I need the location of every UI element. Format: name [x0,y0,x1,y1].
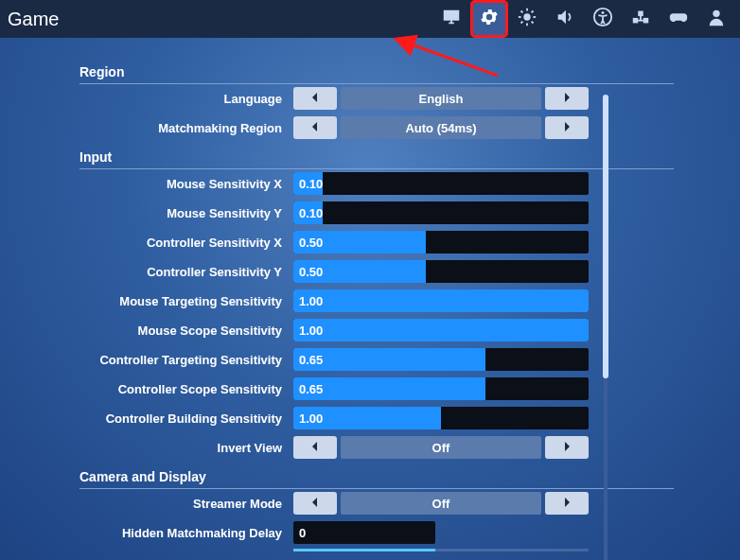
slider-mousesensy[interactable]: 0.10 [293,201,589,224]
streamer-value[interactable]: Off [341,492,541,515]
svg-line-8 [532,10,534,12]
top-bar: Game [0,0,740,38]
label-ctrlscope: Controller Scope Sensitivity [79,382,288,396]
accessibility-icon [592,7,613,31]
slider-ctrltarget[interactable]: 0.65 [293,348,589,371]
brightness-icon [517,7,537,31]
label-streamer: Streamer Mode [79,497,288,511]
arrow-left-icon [309,92,321,106]
speaker-icon [555,7,575,31]
person-icon [706,7,727,31]
language-value[interactable]: English [341,87,541,110]
monitor-icon [441,7,462,31]
slider-ctrlbuild[interactable]: 1.00 [293,407,589,429]
section-region: Region [79,61,674,84]
svg-rect-13 [638,11,643,16]
svg-point-10 [602,11,605,14]
hiddendelay-underline [293,549,589,551]
label-language: Language [79,92,288,106]
label-mousescope: Mouse Scope Sensitivity [79,324,288,338]
tab-game[interactable] [473,3,505,35]
label-ctrltarget: Controller Targeting Sensitivity [79,353,288,367]
arrow-right-icon [561,121,573,135]
label-mousesensy: Mouse Sensitivity Y [79,206,288,220]
language-next-button[interactable] [545,87,589,110]
svg-line-6 [532,22,534,24]
arrow-right-icon [561,92,573,106]
slider-ctrlscope[interactable]: 0.65 [293,377,589,400]
tab-video[interactable] [435,3,467,35]
streamer-next-button[interactable] [545,492,589,515]
label-mousesensx: Mouse Sensitivity X [79,177,288,191]
label-matchregion: Matchmaking Region [79,121,288,135]
page-title: Game [8,9,59,30]
svg-line-5 [520,10,522,12]
slider-hiddendelay[interactable]: 0 [293,521,435,544]
label-hiddendelay: Hidden Matchmaking Delay [79,526,288,540]
invert-value[interactable]: Off [341,436,541,459]
label-invert: Invert View [79,441,288,455]
scrollbar-thumb[interactable] [603,95,608,378]
settings-content: Region Language English Matchmaking Regi… [0,38,740,560]
slider-mousetarget[interactable]: 1.00 [293,289,589,312]
label-ctrlsensx: Controller Sensitivity X [79,236,288,250]
section-input: Input [79,146,674,169]
streamer-prev-button[interactable] [293,492,337,515]
invert-prev-button[interactable] [293,436,337,459]
label-ctrlsensy: Controller Sensitivity Y [79,265,288,279]
matchregion-value[interactable]: Auto (54ms) [341,116,541,139]
keyboard-icon [630,7,651,31]
tab-brightness[interactable] [511,3,543,35]
slider-mousescope[interactable]: 1.00 [293,319,589,341]
arrow-left-icon [309,121,321,135]
slider-ctrlsensy[interactable]: 0.50 [293,260,589,283]
svg-line-7 [520,22,522,24]
section-camera: Camera and Display [79,465,674,489]
tab-accessibility[interactable] [587,3,619,35]
tab-audio[interactable] [549,3,581,35]
arrow-left-icon [309,441,321,455]
invert-next-button[interactable] [545,436,589,459]
label-mousetarget: Mouse Targeting Sensitivity [79,294,288,308]
matchregion-next-button[interactable] [545,116,589,139]
gear-icon [479,7,500,31]
slider-mousesensx[interactable]: 0.10 [293,172,589,195]
svg-point-0 [523,13,530,20]
tab-controller[interactable] [662,3,695,35]
tab-account[interactable] [700,3,732,35]
tab-row [435,3,732,35]
arrow-right-icon [561,441,573,455]
controller-icon [668,7,689,31]
label-ctrlbuild: Controller Building Sensitivity [79,411,288,426]
language-prev-button[interactable] [293,87,337,110]
matchregion-prev-button[interactable] [293,116,337,139]
arrow-right-icon [561,497,573,511]
arrow-left-icon [309,497,321,511]
tab-input[interactable] [625,3,657,35]
slider-ctrlsensx[interactable]: 0.50 [293,231,589,254]
svg-point-16 [713,10,719,17]
